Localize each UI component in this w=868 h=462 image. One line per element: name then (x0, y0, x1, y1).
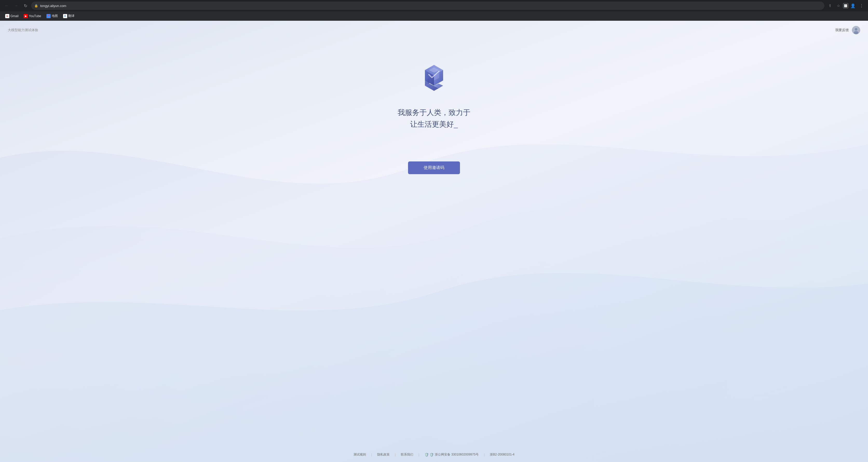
avatar-icon (852, 26, 860, 34)
bookmark-youtube[interactable]: ▶ YouTube (22, 13, 43, 19)
footer-divider-1: | (371, 453, 372, 457)
forward-button[interactable]: → (12, 2, 20, 9)
user-avatar[interactable] (852, 26, 860, 34)
nav-right-icons: ⇧ ☆ ⬜ 👤 ⋮ (827, 2, 865, 9)
tagline: 我服务于人类，致力于 让生活更美好_ (398, 107, 470, 130)
gmail-favicon: M (5, 14, 9, 18)
logo-container (416, 60, 452, 97)
youtube-favicon: ▶ (24, 14, 28, 18)
share-button[interactable]: ⇧ (827, 2, 834, 9)
page-header: 大模型能力测试体验 我要反馈 (0, 21, 868, 39)
svg-point-2 (854, 31, 858, 34)
footer-divider-4: | (484, 453, 485, 457)
icp-number: 浙公网安备 33010602009975号 (435, 453, 478, 457)
menu-button[interactable]: ⋮ (858, 2, 865, 9)
feedback-button[interactable]: 我要反馈 (835, 28, 849, 32)
profile-button[interactable]: 👤 (849, 2, 857, 9)
browser-nav: ← → ↻ 🔒 tongyi.aliyun.com ⇧ ☆ ⬜ 👤 ⋮ (0, 0, 868, 11)
back-button[interactable]: ← (3, 2, 10, 9)
footer-link-contact[interactable]: 联系我们 (401, 453, 413, 457)
footer-divider-2: | (395, 453, 396, 457)
bookmark-translate-label: 翻译 (68, 14, 74, 18)
tagline-line2: 让生活更美好_ (398, 119, 470, 130)
address-bar[interactable]: 🔒 tongyi.aliyun.com (31, 2, 825, 10)
bookmark-maps-label: 地图 (52, 14, 58, 18)
page-footer: 测试规则 | 隐私政策 | 联系我们 | 🛡️ 🛡️ 浙公网安备 3301060… (0, 447, 868, 462)
bookmark-gmail[interactable]: M Gmail (3, 13, 21, 19)
header-right: 我要反馈 (835, 26, 860, 34)
browser-chrome: ← → ↻ 🔒 tongyi.aliyun.com ⇧ ☆ ⬜ 👤 ⋮ M Gm… (0, 0, 868, 21)
lock-icon: 🔒 (34, 4, 38, 7)
bookmarks-bar: M Gmail ▶ YouTube 📍 地图 A 翻译 (0, 11, 868, 21)
bookmark-translate[interactable]: A 翻译 (61, 13, 76, 19)
bookmark-button[interactable]: ☆ (835, 2, 842, 9)
footer-link-rules[interactable]: 测试规则 (353, 453, 366, 457)
tagline-line1: 我服务于人类，致力于 (398, 107, 470, 119)
bookmark-youtube-label: YouTube (29, 14, 41, 18)
footer-link-privacy[interactable]: 隐私政策 (377, 453, 390, 457)
icp-badge: 🛡️ 🛡️ 浙公网安备 33010602009975号 (424, 453, 478, 457)
reload-button[interactable]: ↻ (22, 2, 29, 9)
bookmark-gmail-label: Gmail (10, 14, 19, 18)
maps-favicon: 📍 (46, 14, 51, 18)
cursor: _ (454, 119, 458, 130)
svg-point-1 (855, 28, 857, 31)
page-wrapper: 大模型能力测试体验 我要反馈 (0, 21, 868, 462)
tab-button[interactable]: ⬜ (843, 3, 848, 8)
cta-invite-button[interactable]: 使用邀请码 (408, 161, 460, 174)
site-title: 大模型能力测试体验 (8, 28, 38, 32)
translate-favicon: A (63, 14, 67, 18)
badge-icons: 🛡️ 🛡️ (424, 453, 434, 457)
url-text: tongyi.aliyun.com (40, 4, 821, 8)
bookmark-maps[interactable]: 📍 地图 (44, 13, 60, 19)
tongyi-logo (416, 60, 452, 97)
beian-number: 浙B2-20080101-4 (490, 453, 515, 457)
center-content: 我服务于人类，致力于 让生活更美好_ 使用邀请码 (0, 39, 868, 174)
footer-divider-3: | (418, 453, 419, 457)
